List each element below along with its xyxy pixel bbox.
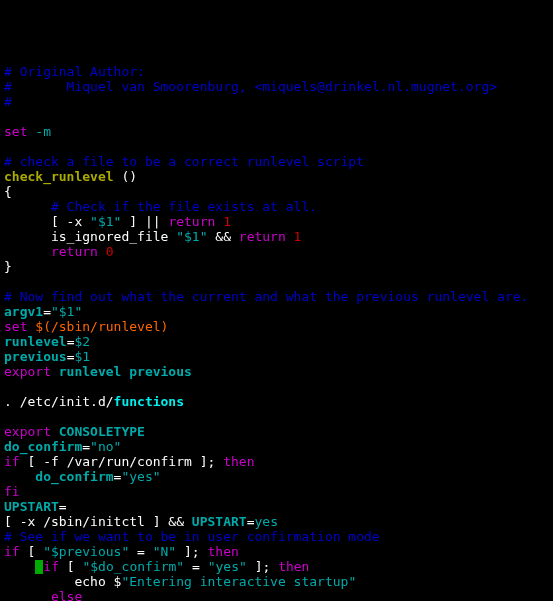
parens: () — [114, 169, 137, 184]
text: ]; — [176, 544, 207, 559]
string: "yes" — [208, 559, 247, 574]
flag: -m — [27, 124, 50, 139]
variable: runlevel — [4, 334, 67, 349]
comment-line: # Check if the file exists at all. — [4, 199, 317, 214]
vars: runlevel previous — [51, 364, 192, 379]
text: echo $ — [4, 574, 121, 589]
keyword-export: export — [4, 364, 51, 379]
text: [ -f — [20, 454, 67, 469]
comment-line: # See if we want to be in user confirmat… — [4, 529, 380, 544]
string: "no" — [90, 439, 121, 454]
string: "$1" — [176, 229, 207, 244]
keyword-else: else — [51, 589, 82, 601]
comment-line: # Original Author: — [4, 64, 145, 79]
comment-line: # Now find out what the current and what… — [4, 289, 528, 304]
path: /sbin/initctl — [43, 514, 145, 529]
text: = — [129, 544, 152, 559]
indent — [4, 589, 51, 601]
keyword-then: then — [278, 559, 309, 574]
text: ] || — [121, 214, 168, 229]
path: /var/run/confirm — [67, 454, 192, 469]
subshell: $(/sbin/runlevel) — [27, 319, 168, 334]
string: "Entering interactive startup" — [121, 574, 356, 589]
variable: do_confirm — [4, 469, 114, 484]
eq: = — [82, 439, 90, 454]
keyword-if: if — [4, 544, 20, 559]
value: $2 — [74, 334, 90, 349]
variable: previous — [4, 349, 67, 364]
string: "$do_confirm" — [82, 559, 184, 574]
keyword-set: set — [4, 124, 27, 139]
keyword-then: then — [208, 544, 239, 559]
number: 1 — [215, 214, 231, 229]
comment-line: # — [4, 94, 12, 109]
keyword-fi: fi — [4, 484, 20, 499]
value: yes — [254, 514, 277, 529]
vars: CONSOLETYPE — [51, 424, 145, 439]
variable: do_confirm — [4, 439, 82, 454]
number: 0 — [98, 244, 114, 259]
keyword-export: export — [4, 424, 51, 439]
brace: } — [4, 259, 12, 274]
text: ]; — [192, 454, 223, 469]
text: [ -x — [4, 514, 43, 529]
text: ]; — [247, 559, 278, 574]
terminal-code-view[interactable]: # Original Author: # Miquel van Smoorenb… — [4, 64, 549, 601]
text: . /etc/init.d/ — [4, 394, 114, 409]
text: ] && — [145, 514, 192, 529]
text: && — [208, 229, 239, 244]
comment-line: # Miquel van Smoorenburg, <miquels@drink… — [4, 79, 497, 94]
brace: { — [4, 184, 12, 199]
function-name: check_runlevel — [4, 169, 114, 184]
keyword-then: then — [223, 454, 254, 469]
string: "$previous" — [43, 544, 129, 559]
path-func: functions — [114, 394, 184, 409]
keyword-return: return — [168, 214, 215, 229]
number: 1 — [286, 229, 302, 244]
text: [ — [59, 559, 82, 574]
variable: argv1 — [4, 304, 43, 319]
keyword-return: return — [239, 229, 286, 244]
keyword-if: if — [4, 454, 20, 469]
value: $1 — [74, 349, 90, 364]
variable: UPSTART — [4, 499, 59, 514]
keyword-set: set — [4, 319, 27, 334]
string: "N" — [153, 544, 176, 559]
text: [ -x — [4, 214, 90, 229]
string: "$1" — [51, 304, 82, 319]
eq: = — [43, 304, 51, 319]
string: "$1" — [90, 214, 121, 229]
string: "yes" — [121, 469, 160, 484]
text — [4, 244, 51, 259]
text: = — [184, 559, 207, 574]
keyword-return: return — [51, 244, 98, 259]
eq: = — [59, 499, 67, 514]
text: [ — [20, 544, 43, 559]
keyword-if: if — [43, 559, 59, 574]
variable: UPSTART — [192, 514, 247, 529]
indent — [4, 559, 35, 574]
comment-line: # check a file to be a correct runlevel … — [4, 154, 364, 169]
text: is_ignored_file — [4, 229, 176, 244]
